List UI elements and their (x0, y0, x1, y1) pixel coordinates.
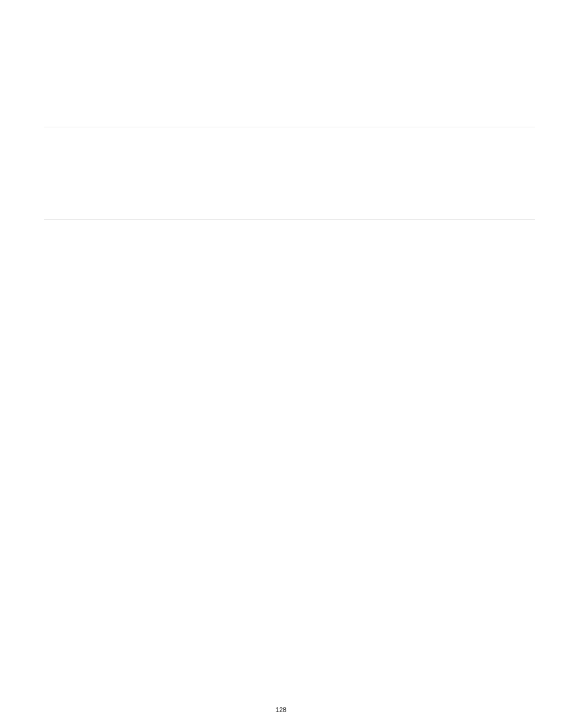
horizontal-divider (44, 219, 535, 220)
document-page: 128 (0, 0, 562, 728)
page-number: 128 (276, 706, 286, 713)
horizontal-divider (44, 127, 535, 127)
